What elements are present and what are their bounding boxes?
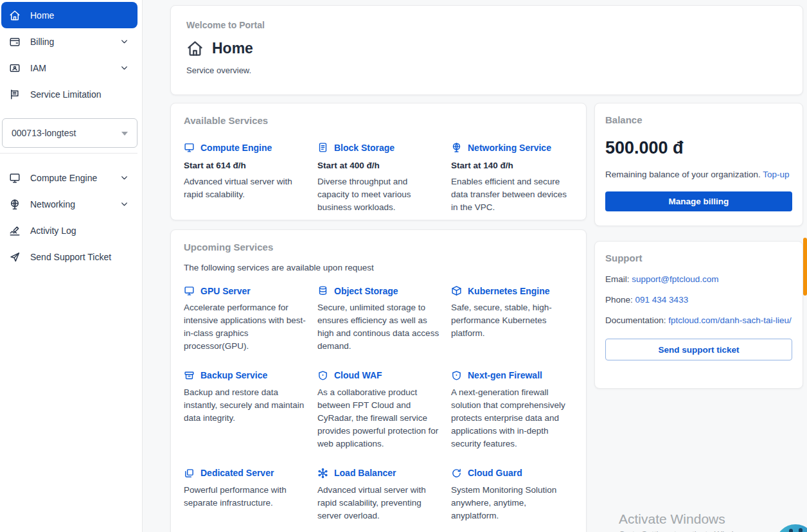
documentation-link[interactable]: fptcloud.com/danh-sach-tai-lieu/ (668, 315, 791, 325)
sidebar-item-send-support-ticket[interactable]: Send Support Ticket (1, 244, 137, 270)
chevron-down-icon (120, 173, 129, 182)
chat-bot-eye (789, 529, 793, 532)
service-link-next-gen-firewall[interactable]: Next-gen Firewall (451, 370, 573, 381)
sidebar: Home Billing IAM Service Limitation 0007… (0, 0, 143, 532)
service-item: Compute Engine Start at 614 đ/h Advanced… (184, 142, 306, 214)
service-name: Object Storage (334, 286, 398, 296)
service-link-dedicated-server[interactable]: Dedicated Server (184, 468, 306, 479)
top-up-link[interactable]: Top-up (763, 170, 789, 179)
service-item: Next-gen Firewall A next-generation fire… (451, 370, 573, 450)
service-link-block-storage[interactable]: Block Storage (317, 142, 439, 153)
service-link-gpu-server[interactable]: GPU Server (184, 285, 306, 296)
service-name: Block Storage (334, 143, 395, 153)
sidebar-item-compute-engine[interactable]: Compute Engine (1, 164, 137, 191)
id-card-icon (9, 62, 21, 74)
send-support-ticket-button[interactable]: Send support ticket (605, 339, 792, 360)
sidebar-item-iam[interactable]: IAM (1, 55, 137, 81)
service-description: Enables efficient and secure data transf… (451, 175, 573, 214)
sidebar-item-label: Service Limitation (30, 89, 102, 100)
chevron-down-icon (120, 200, 129, 208)
service-link-compute-engine[interactable]: Compute Engine (184, 142, 306, 153)
archive-icon (184, 370, 195, 381)
org-selector[interactable]: 000713-longtest (2, 118, 137, 148)
home-icon (9, 10, 21, 21)
upcoming-services-card: Upcoming Services The following services… (170, 229, 587, 532)
service-item: Dedicated Server Powerful performance wi… (184, 468, 306, 522)
manage-billing-button[interactable]: Manage billing (605, 191, 792, 211)
service-link-cloud-guard[interactable]: Cloud Guard (451, 468, 573, 479)
service-item: Networking Service Start at 140 đ/h Enab… (451, 142, 573, 214)
balance-description: Remaining balance of your organization. (605, 170, 761, 179)
email-link[interactable]: support@fptcloud.com (632, 274, 718, 284)
service-item: Block Storage Start at 400 đ/h Diverse t… (317, 142, 439, 214)
signature-icon (9, 225, 21, 236)
nodes-icon (317, 468, 328, 479)
sidebar-item-label: Activity Log (30, 226, 76, 236)
main-content: Welcome to Portal Home Service overview.… (170, 0, 803, 532)
support-doc-row: Documentation: fptcloud.com/danh-sach-ta… (605, 315, 792, 325)
sidebar-item-networking[interactable]: Networking (1, 191, 137, 217)
service-item: Kubernetes Engine Safe, secure, stable, … (451, 285, 573, 353)
welcome-eyebrow: Welcome to Portal (186, 20, 787, 30)
service-description: Backup and restore data instantly, secur… (184, 386, 306, 425)
service-name: Networking Service (468, 143, 551, 153)
sidebar-item-service-limitation[interactable]: Service Limitation (1, 81, 137, 107)
sidebar-item-label: IAM (30, 63, 46, 73)
service-item: GPU Server Accelerate performance for in… (184, 285, 306, 353)
service-price: Start at 400 đ/h (317, 161, 439, 170)
chat-bot-eye (799, 528, 803, 532)
service-link-object-storage[interactable]: Object Storage (317, 285, 439, 296)
service-item: Backup Service Backup and restore data i… (184, 370, 306, 450)
balance-amount: 500.000 đ (605, 138, 792, 158)
welcome-card: Welcome to Portal Home Service overview. (170, 5, 803, 95)
vertical-scrollbar-thumb[interactable] (803, 238, 807, 296)
service-price: Start at 614 đ/h (184, 161, 306, 170)
service-name: Cloud Guard (468, 468, 522, 478)
page-subtitle: Service overview. (186, 66, 787, 75)
cube-icon (451, 285, 462, 296)
monitor-icon (184, 285, 195, 296)
flag-icon (9, 89, 21, 100)
support-card: Support Email: support@fptcloud.com Phon… (594, 241, 803, 389)
globe-icon (9, 199, 21, 210)
org-selector-value: 000713-longtest (12, 128, 76, 138)
wallet-icon (9, 36, 21, 48)
service-name: Backup Service (200, 370, 267, 380)
shield-icon (317, 370, 328, 381)
service-link-load-balancer[interactable]: Load Balancer (317, 468, 439, 479)
upcoming-services-title: Upcoming Services (184, 242, 573, 253)
rotate-icon (451, 468, 462, 479)
chevron-down-icon (120, 37, 129, 46)
balance-card: Balance 500.000 đ Remaining balance of y… (594, 103, 803, 226)
service-description: System Monitoring Solution anywhere, any… (451, 484, 573, 522)
globe-icon (451, 142, 462, 153)
support-email-row: Email: support@fptcloud.com (605, 274, 792, 284)
monitor-icon (184, 142, 195, 153)
service-link-cloud-waf[interactable]: Cloud WAF (317, 370, 439, 381)
service-description: Diverse throughput and capacity to meet … (317, 175, 439, 214)
sidebar-divider (0, 153, 137, 154)
service-description: A next-generation firewall solution that… (451, 386, 573, 450)
service-link-kubernetes-engine[interactable]: Kubernetes Engine (451, 285, 573, 296)
service-price: Start at 140 đ/h (451, 161, 573, 170)
service-name: Dedicated Server (200, 468, 274, 478)
service-name: Load Balancer (334, 468, 396, 478)
phone-link[interactable]: 091 434 3433 (635, 295, 689, 305)
sidebar-item-label: Networking (30, 199, 75, 209)
service-description: Safe, secure, stable, high-performance K… (451, 301, 573, 340)
service-name: Kubernetes Engine (468, 286, 550, 296)
service-description: Accelerate performance for intensive app… (184, 301, 306, 353)
sidebar-item-home[interactable]: Home (1, 2, 137, 28)
sidebar-item-activity-log[interactable]: Activity Log (1, 217, 137, 244)
service-link-backup-service[interactable]: Backup Service (184, 370, 306, 381)
service-description: As a collaborative product between FPT C… (317, 386, 439, 450)
service-name: Compute Engine (200, 143, 272, 153)
page-title: Home (212, 40, 253, 57)
service-description: Advanced virtual server with rapid scala… (317, 484, 439, 522)
service-link-networking-service[interactable]: Networking Service (451, 142, 573, 153)
monitor-icon (9, 172, 21, 184)
service-name: Cloud WAF (334, 370, 382, 380)
phone-label: Phone: (605, 295, 633, 305)
service-description: Powerful performance with separate infra… (184, 484, 306, 510)
sidebar-item-billing[interactable]: Billing (1, 28, 137, 55)
